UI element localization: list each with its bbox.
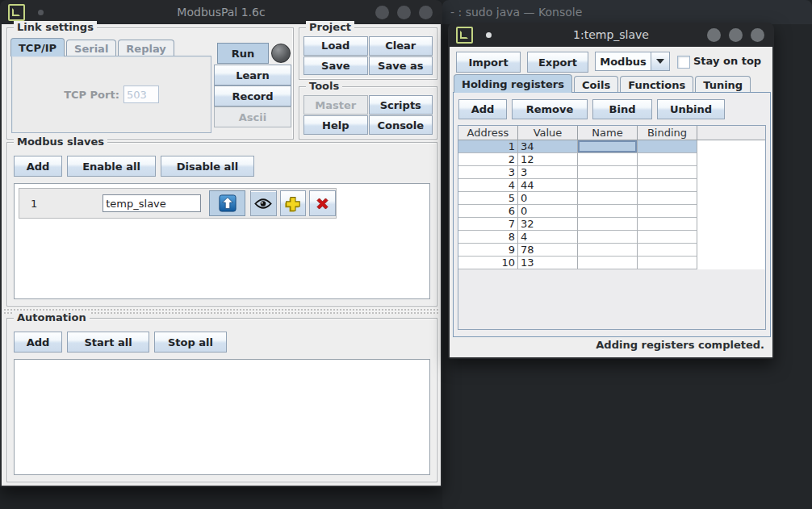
record-button[interactable]: Record: [214, 86, 291, 106]
cell-address[interactable]: 10: [458, 257, 518, 269]
project-saveas-button[interactable]: Save as: [369, 56, 433, 76]
cell-address[interactable]: 6: [458, 205, 518, 218]
slave-close-button[interactable]: [751, 28, 764, 42]
register-add-button[interactable]: Add: [458, 99, 507, 119]
cell-value[interactable]: 0: [518, 205, 578, 218]
tab-holding-registers[interactable]: Holding registers: [454, 74, 572, 93]
table-row[interactable]: 10 13: [458, 257, 765, 269]
close-button[interactable]: [419, 6, 433, 19]
cell-binding[interactable]: [638, 192, 697, 205]
tab-tuning[interactable]: Tuning: [695, 76, 751, 93]
cell-address[interactable]: 1: [458, 140, 518, 153]
slave-enable-toggle[interactable]: [209, 190, 245, 216]
cell-address[interactable]: 5: [458, 192, 518, 205]
cell-name[interactable]: [578, 244, 638, 257]
project-clear-button[interactable]: Clear: [369, 36, 433, 56]
cell-name[interactable]: [578, 218, 638, 231]
table-row[interactable]: 6 0: [458, 205, 765, 218]
run-button[interactable]: Run: [217, 43, 269, 64]
table-row[interactable]: 1 34: [458, 140, 765, 153]
cell-name[interactable]: [578, 257, 638, 269]
protocol-combobox[interactable]: Modbus: [595, 52, 670, 71]
tab-serial[interactable]: Serial: [66, 40, 116, 56]
table-row[interactable]: 5 0: [458, 192, 765, 205]
cell-binding[interactable]: [638, 205, 697, 218]
col-header-value[interactable]: Value: [518, 126, 578, 140]
table-row[interactable]: 4 44: [458, 179, 765, 192]
cell-value[interactable]: 0: [518, 192, 578, 205]
cell-binding[interactable]: [638, 218, 697, 231]
cell-binding[interactable]: [638, 179, 697, 192]
register-remove-button[interactable]: Remove: [512, 99, 588, 119]
cell-address[interactable]: 2: [458, 153, 518, 166]
enable-all-button[interactable]: Enable all: [67, 156, 156, 177]
table-row[interactable]: 3 3: [458, 166, 765, 179]
slave-view-button[interactable]: [250, 190, 277, 216]
cell-value[interactable]: 44: [518, 179, 578, 192]
cell-name[interactable]: [578, 179, 638, 192]
minimize-button[interactable]: [375, 6, 389, 19]
import-button[interactable]: Import: [456, 52, 521, 73]
slave-row[interactable]: 1: [19, 188, 337, 219]
cell-value[interactable]: 3: [518, 166, 578, 179]
disable-all-button[interactable]: Disable all: [161, 156, 254, 177]
cell-value[interactable]: 34: [518, 140, 578, 153]
cell-address[interactable]: 9: [458, 244, 518, 257]
cell-binding[interactable]: [638, 153, 697, 166]
cell-address[interactable]: 8: [458, 231, 518, 244]
tools-scripts-button[interactable]: Scripts: [369, 95, 433, 115]
slave-minimize-button[interactable]: [707, 28, 721, 42]
tab-coils[interactable]: Coils: [574, 76, 618, 93]
table-row[interactable]: 8 4: [458, 231, 765, 244]
tcp-port-input[interactable]: [123, 86, 159, 103]
ascii-button[interactable]: Ascii: [214, 106, 291, 127]
tools-console-button[interactable]: Console: [369, 115, 433, 135]
cell-binding[interactable]: [638, 140, 697, 153]
cell-name[interactable]: [578, 140, 638, 153]
registers-scrollpane[interactable]: Address Value Name Binding 1 34 2 12: [458, 125, 766, 330]
cell-address[interactable]: 4: [458, 179, 518, 192]
cell-name[interactable]: [578, 192, 638, 205]
slave-add-register-button[interactable]: [280, 190, 307, 216]
register-bind-button[interactable]: Bind: [592, 99, 652, 119]
cell-name[interactable]: [578, 166, 638, 179]
automation-add-button[interactable]: Add: [14, 332, 62, 353]
combobox-arrow-icon[interactable]: [651, 52, 670, 71]
stop-all-button[interactable]: Stop all: [154, 332, 227, 353]
cell-address[interactable]: 3: [458, 166, 518, 179]
project-save-button[interactable]: Save: [303, 56, 368, 76]
learn-button[interactable]: Learn: [214, 65, 291, 86]
col-header-name[interactable]: Name: [578, 126, 638, 140]
col-header-binding[interactable]: Binding: [638, 126, 697, 140]
table-header[interactable]: Address Value Name Binding: [458, 126, 765, 140]
tab-replay[interactable]: Replay: [118, 40, 174, 56]
slave-titlebar[interactable]: 1:temp_slave: [448, 23, 774, 47]
tab-tcpip[interactable]: TCP/IP: [10, 38, 65, 56]
maximize-button[interactable]: [397, 6, 411, 19]
slave-delete-button[interactable]: [309, 190, 336, 216]
cell-value[interactable]: 12: [518, 153, 578, 166]
tools-help-button[interactable]: Help: [303, 115, 368, 135]
cell-binding[interactable]: [638, 231, 697, 244]
cell-binding[interactable]: [638, 244, 697, 257]
export-button[interactable]: Export: [527, 52, 588, 73]
cell-name[interactable]: [578, 153, 638, 166]
cell-binding[interactable]: [638, 257, 697, 269]
project-load-button[interactable]: Load: [303, 36, 368, 56]
cell-binding[interactable]: [638, 166, 697, 179]
tab-functions[interactable]: Functions: [620, 76, 693, 93]
cell-name[interactable]: [578, 205, 638, 218]
slave-maximize-button[interactable]: [729, 28, 743, 42]
cell-value[interactable]: 78: [518, 244, 578, 257]
konsole-titlebar[interactable]: - : sudo java — Konsole: [442, 0, 812, 24]
slave-add-button[interactable]: Add: [14, 156, 62, 177]
tools-master-button[interactable]: Master: [303, 95, 368, 115]
table-row[interactable]: 2 12: [458, 153, 765, 166]
stay-on-top-checkbox[interactable]: [677, 56, 690, 69]
cell-value[interactable]: 32: [518, 218, 578, 231]
register-unbind-button[interactable]: Unbind: [657, 99, 725, 119]
start-all-button[interactable]: Start all: [67, 332, 149, 353]
table-row[interactable]: 7 32: [458, 218, 765, 231]
slave-name-input[interactable]: [103, 194, 201, 212]
cell-address[interactable]: 7: [458, 218, 518, 231]
